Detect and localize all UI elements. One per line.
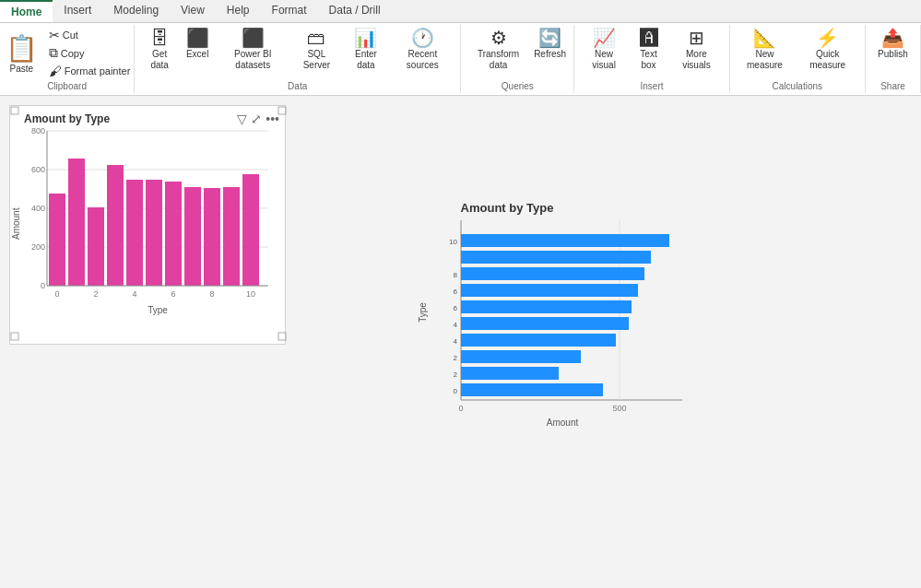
svg-text:0: 0 xyxy=(54,289,59,299)
get-data-icon: 🗄 xyxy=(150,29,169,47)
svg-rect-16 xyxy=(126,180,143,286)
enter-data-icon: 📊 xyxy=(354,29,377,47)
svg-rect-21 xyxy=(223,187,240,286)
content-area: ▽ ⤢ ••• Amount by Type Amount 0 200 400 xyxy=(0,96,921,588)
new-measure-button[interactable]: 📐 New measure xyxy=(736,27,795,73)
svg-text:Type: Type xyxy=(418,302,428,323)
svg-rect-17 xyxy=(146,180,162,286)
more-options-icon[interactable]: ••• xyxy=(266,112,279,126)
refresh-icon: 🔄 xyxy=(538,29,561,47)
sql-server-button[interactable]: 🗃 SQL Server xyxy=(291,27,341,73)
power-bi-icon: ⬛ xyxy=(242,29,265,47)
ribbon-body: 📋 Paste ✂ Cut ⧉ Copy 🖌 xyxy=(0,23,921,95)
right-chart-wrapper: Amount by Type Type 0 500 Amount 0 xyxy=(415,197,710,588)
power-bi-datasets-button[interactable]: ⬛ Power BI datasets xyxy=(216,27,289,73)
svg-rect-51 xyxy=(461,317,629,330)
cut-label: Cut xyxy=(63,29,78,41)
copy-label: Copy xyxy=(61,48,85,59)
transform-label: Transform data xyxy=(470,49,526,71)
svg-rect-18 xyxy=(165,182,182,286)
paste-label: Paste xyxy=(9,64,33,74)
tab-help[interactable]: Help xyxy=(216,0,261,22)
svg-text:600: 600 xyxy=(31,165,45,174)
excel-button[interactable]: ⬛ Excel xyxy=(181,27,214,62)
svg-text:6: 6 xyxy=(171,289,175,299)
svg-rect-19 xyxy=(184,187,201,286)
new-visual-icon: 📈 xyxy=(593,29,616,47)
clipboard-group-label: Clipboard xyxy=(47,81,87,91)
format-painter-label: Format painter xyxy=(65,65,131,76)
new-visual-label: New visual xyxy=(584,49,623,71)
svg-rect-14 xyxy=(88,207,104,286)
svg-rect-46 xyxy=(461,367,559,380)
publish-button[interactable]: 📤 Publish xyxy=(874,27,912,62)
ribbon-group-calculations: 📐 New measure ⚡ Quick measure Calculatio… xyxy=(730,25,866,93)
svg-text:8: 8 xyxy=(209,289,214,299)
svg-text:0: 0 xyxy=(41,281,45,290)
svg-rect-54 xyxy=(461,284,638,297)
left-chart-actions: ▽ ⤢ ••• xyxy=(237,112,279,126)
copy-button[interactable]: ⧉ Copy xyxy=(45,44,135,62)
filter-icon[interactable]: ▽ xyxy=(237,112,247,126)
refresh-button[interactable]: 🔄 Refresh xyxy=(532,27,569,62)
quick-measure-label: Quick measure xyxy=(799,49,856,71)
quick-measure-button[interactable]: ⚡ Quick measure xyxy=(796,27,859,73)
svg-text:4: 4 xyxy=(454,321,458,329)
excel-label: Excel xyxy=(186,49,208,60)
ribbon-group-share: 📤 Publish Share xyxy=(866,25,921,93)
svg-rect-55 xyxy=(461,267,644,280)
cut-button[interactable]: ✂ Cut xyxy=(45,27,135,43)
svg-rect-57 xyxy=(461,251,651,264)
svg-rect-49 xyxy=(461,334,616,347)
paste-icon: 📋 xyxy=(6,33,38,64)
tab-insert[interactable]: Insert xyxy=(53,0,102,22)
tab-view[interactable]: View xyxy=(170,0,216,22)
more-visuals-label: More visuals xyxy=(673,49,719,71)
svg-rect-34 xyxy=(11,333,18,340)
recent-sources-button[interactable]: 🕐 Recent sources xyxy=(390,27,455,73)
recent-sources-icon: 🕐 xyxy=(411,29,434,47)
ribbon-group-clipboard: 📋 Paste ✂ Cut ⧉ Copy 🖌 xyxy=(0,25,135,93)
svg-text:Type: Type xyxy=(148,305,168,315)
focus-icon[interactable]: ⤢ xyxy=(251,112,262,126)
text-box-icon: 🅰 xyxy=(640,29,658,47)
svg-text:Amount: Amount xyxy=(547,417,579,428)
new-visual-button[interactable]: 📈 New visual xyxy=(580,27,627,73)
get-data-button[interactable]: 🗄 Get data xyxy=(140,27,179,73)
publish-icon: 📤 xyxy=(881,29,904,47)
refresh-label: Refresh xyxy=(534,49,566,60)
get-data-label: Get data xyxy=(144,49,175,71)
right-chart-svg: Amount by Type Type 0 500 Amount 0 xyxy=(415,197,710,432)
tab-modeling[interactable]: Modeling xyxy=(102,0,170,22)
sql-label: SQL Server xyxy=(295,49,337,71)
svg-rect-32 xyxy=(11,107,18,114)
svg-text:Amount: Amount xyxy=(11,207,21,240)
share-group-label: Share xyxy=(880,81,905,91)
svg-text:200: 200 xyxy=(31,242,45,252)
cut-icon: ✂ xyxy=(49,28,60,42)
more-visuals-button[interactable]: ⊞ More visuals xyxy=(669,27,723,73)
svg-text:800: 800 xyxy=(31,126,45,135)
calculations-group-label: Calculations xyxy=(773,81,822,91)
svg-text:Amount by Type: Amount by Type xyxy=(461,201,554,215)
tab-data-drill[interactable]: Data / Drill xyxy=(318,0,392,22)
svg-rect-44 xyxy=(461,383,603,396)
text-box-button[interactable]: 🅰 Text box xyxy=(630,27,667,73)
power-bi-label: Power BI datasets xyxy=(219,49,286,71)
new-measure-icon: 📐 xyxy=(753,29,776,47)
transform-data-button[interactable]: ⚙ Transform data xyxy=(466,27,530,73)
data-group-label: Data xyxy=(288,81,307,91)
svg-text:4: 4 xyxy=(132,289,136,299)
enter-data-button[interactable]: 📊 Enter data xyxy=(343,27,388,73)
tab-format[interactable]: Format xyxy=(261,0,318,22)
tab-home[interactable]: Home xyxy=(0,0,53,22)
paste-button[interactable]: 📋 Paste xyxy=(0,27,43,79)
ribbon-group-queries: ⚙ Transform data 🔄 Refresh Queries xyxy=(461,25,574,93)
left-chart-svg: Amount by Type Amount 0 200 400 600 800 xyxy=(10,106,287,341)
svg-text:0: 0 xyxy=(458,404,463,413)
format-painter-button[interactable]: 🖌 Format painter xyxy=(45,63,135,79)
svg-text:2: 2 xyxy=(454,370,458,379)
transform-icon: ⚙ xyxy=(490,29,507,47)
svg-text:6: 6 xyxy=(454,304,458,312)
ribbon-group-data: 🗄 Get data ⬛ Excel ⬛ Power BI datasets 🗃… xyxy=(135,25,461,93)
